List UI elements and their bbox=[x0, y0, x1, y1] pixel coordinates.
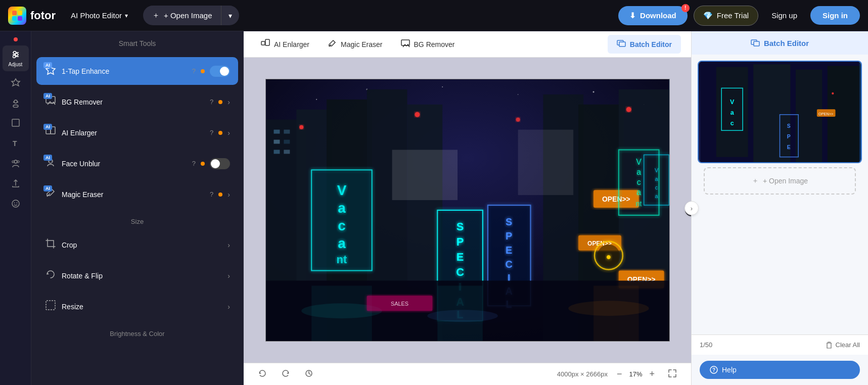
undo-button[interactable] bbox=[254, 367, 271, 382]
tool-magic-eraser[interactable]: AI Magic Eraser ? › bbox=[36, 180, 238, 208]
svg-point-42 bbox=[592, 91, 594, 92]
svg-text:S: S bbox=[787, 123, 791, 129]
svg-point-9 bbox=[13, 56, 15, 58]
batch-editor-button[interactable]: Batch Editor bbox=[608, 35, 681, 54]
redo-icon bbox=[281, 369, 290, 378]
svg-point-100 bbox=[427, 310, 497, 322]
tool-rotate-flip[interactable]: Rotate & Flip › bbox=[36, 262, 238, 290]
help-button[interactable]: ? Help bbox=[700, 361, 860, 379]
canvas-bottom-bar: 4000px × 2666px − 17% + bbox=[244, 363, 691, 385]
face-unblur-dot bbox=[201, 162, 205, 166]
neon-city-svg: V a c a nt S P E C I A L bbox=[266, 79, 669, 341]
zoom-out-button[interactable]: − bbox=[614, 368, 625, 380]
svg-point-103 bbox=[415, 112, 420, 117]
tool-crop[interactable]: Crop › bbox=[36, 231, 238, 259]
smart-tools-header: Smart Tools bbox=[31, 31, 243, 56]
sidebar-collapse-arrow[interactable]: › bbox=[684, 201, 699, 215]
svg-rect-57 bbox=[284, 150, 290, 154]
svg-text:C: C bbox=[505, 259, 512, 270]
batch-editor-label: Batch Editor bbox=[630, 40, 672, 49]
sidebar-item-text[interactable]: T bbox=[3, 134, 29, 152]
svg-text:a: a bbox=[338, 200, 346, 216]
svg-rect-0 bbox=[12, 11, 17, 15]
svg-text:P: P bbox=[787, 134, 791, 139]
face-unblur-toggle[interactable] bbox=[210, 158, 230, 169]
svg-rect-53 bbox=[284, 130, 290, 134]
free-trial-button[interactable]: 💎 Free Trial bbox=[694, 6, 758, 26]
sidebar-item-effects[interactable] bbox=[3, 73, 29, 91]
canvas-bg-remover-button[interactable]: BG Remover bbox=[394, 35, 462, 54]
canvas-ai-enlarger-button[interactable]: AI Enlarger bbox=[254, 35, 316, 54]
svg-text:E: E bbox=[506, 245, 512, 256]
svg-text:OPEN>>: OPEN>> bbox=[818, 112, 833, 116]
svg-rect-52 bbox=[273, 130, 280, 134]
zoom-in-button[interactable]: + bbox=[646, 368, 658, 380]
gem-icon: 💎 bbox=[703, 11, 713, 20]
canvas-bg-remover-label: BG Remover bbox=[414, 40, 455, 49]
batch-title-text: Batch Editor bbox=[764, 39, 809, 47]
face-unblur-label: Face Unblur bbox=[62, 160, 186, 168]
svg-text:c: c bbox=[730, 120, 734, 127]
svg-text:S: S bbox=[456, 220, 464, 233]
open-image-label: + Open Image bbox=[164, 11, 212, 20]
enhance-label: 1-Tap Enhance bbox=[62, 67, 186, 75]
svg-text:P: P bbox=[506, 230, 512, 242]
canvas-magic-eraser-button[interactable]: Magic Eraser bbox=[321, 35, 389, 54]
sign-up-button[interactable]: Sign up bbox=[764, 6, 804, 25]
svg-rect-54 bbox=[273, 140, 280, 144]
frames-icon bbox=[11, 118, 21, 128]
svg-point-19 bbox=[17, 161, 19, 163]
canvas-image: V a c a nt S P E C I A L bbox=[265, 79, 670, 342]
crop-icon bbox=[44, 238, 57, 252]
history-button[interactable] bbox=[300, 367, 317, 382]
canvas-enlarger-icon bbox=[261, 39, 270, 50]
ai-photo-editor-button[interactable]: AI Photo Editor ▾ bbox=[66, 8, 133, 23]
svg-text:a: a bbox=[655, 176, 658, 182]
svg-text:c: c bbox=[338, 218, 346, 233]
sidebar-item-frames[interactable] bbox=[3, 114, 29, 132]
tool-one-tap-enhance[interactable]: AI 1-Tap Enhance ? bbox=[36, 57, 238, 85]
tool-ai-enlarger[interactable]: AI AI Enlarger ? › bbox=[36, 119, 238, 147]
open-image-button[interactable]: ＋ + Open Image ▾ bbox=[143, 6, 239, 25]
sidebar-item-elements[interactable] bbox=[3, 154, 29, 172]
sidebar-item-upload[interactable] bbox=[3, 174, 29, 192]
open-image-dropdown-icon[interactable]: ▾ bbox=[221, 7, 239, 25]
zoom-controls: − 17% + bbox=[614, 368, 658, 380]
clear-all-button[interactable]: Clear All bbox=[826, 341, 860, 349]
svg-text:a: a bbox=[338, 235, 346, 251]
batch-open-image-area[interactable]: ＋ + Open Image bbox=[704, 167, 856, 195]
tool-bg-remover[interactable]: AI BG Remover ? › bbox=[36, 88, 238, 116]
svg-point-41 bbox=[517, 94, 518, 95]
rotate-icon bbox=[44, 269, 57, 282]
svg-point-11 bbox=[14, 100, 17, 103]
magic-eraser-arrow-icon: › bbox=[227, 190, 230, 199]
svg-text:c: c bbox=[655, 184, 658, 190]
upload-icon bbox=[11, 178, 21, 188]
crop-arrow-icon: › bbox=[227, 241, 230, 249]
sidebar-item-beauty[interactable] bbox=[3, 93, 29, 112]
history-icon bbox=[304, 369, 313, 378]
ai-badge-enlarger: AI bbox=[43, 124, 52, 130]
svg-point-105 bbox=[626, 107, 631, 112]
svg-rect-1 bbox=[18, 11, 22, 15]
fullscreen-button[interactable] bbox=[664, 367, 681, 382]
tools-sidebar: Smart Tools AI 1-Tap Enhance ? AI bbox=[31, 31, 244, 385]
tool-resize[interactable]: Resize › bbox=[36, 293, 238, 320]
enhance-toggle-knob bbox=[220, 67, 229, 76]
svg-point-101 bbox=[568, 301, 649, 316]
sidebar-item-stickers[interactable] bbox=[3, 195, 29, 213]
svg-rect-33 bbox=[265, 39, 269, 45]
redo-button[interactable] bbox=[277, 367, 294, 382]
sidebar-item-adjust[interactable]: Adjust bbox=[3, 45, 29, 71]
batch-image-item-1[interactable]: V a c S P E OPEN>> bbox=[698, 61, 862, 163]
tool-face-unblur[interactable]: AI Face Unblur ? bbox=[36, 150, 238, 177]
batch-plus-icon: ＋ bbox=[752, 176, 759, 185]
download-button[interactable]: ⬇ Download ! bbox=[618, 6, 688, 25]
svg-text:c: c bbox=[636, 178, 641, 186]
ai-photo-editor-label: AI Photo Editor bbox=[71, 11, 122, 20]
batch-sidebar-title: Batch Editor bbox=[692, 31, 868, 55]
enhance-toggle[interactable] bbox=[210, 66, 230, 77]
sign-in-button[interactable]: Sign in bbox=[810, 6, 860, 25]
icon-sidebar: Adjust T bbox=[0, 31, 31, 385]
logo-text: fotor bbox=[30, 9, 56, 22]
